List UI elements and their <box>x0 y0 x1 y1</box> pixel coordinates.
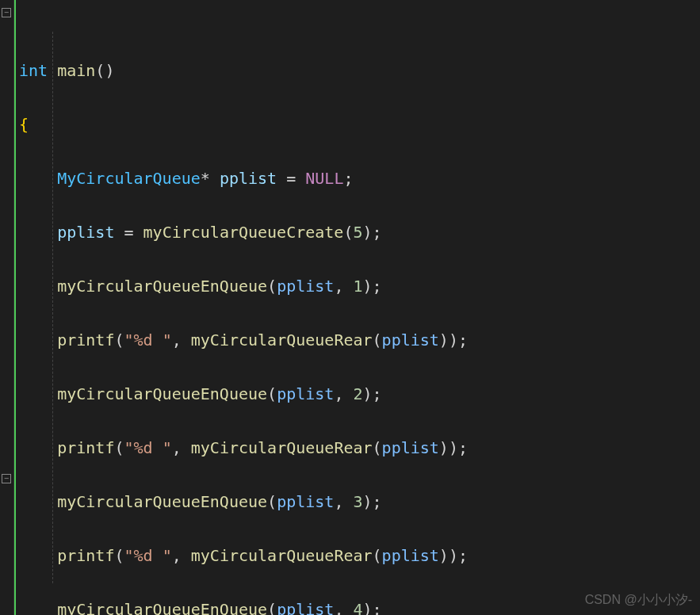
token-punct: ( <box>114 330 124 350</box>
token-punct: ) <box>363 384 373 403</box>
token-punct: ) <box>449 438 458 457</box>
token-op: = <box>114 223 143 242</box>
token-punct: ; <box>373 492 382 511</box>
token-punct: ; <box>458 546 468 565</box>
token-punct: ; <box>458 438 468 457</box>
code-line: pplist = myCircularQueueCreate(5); <box>19 219 700 246</box>
token-punct: ; <box>373 600 382 615</box>
code-line: myCircularQueueEnQueue(pplist, 1); <box>19 273 700 300</box>
token-punct: , <box>172 546 191 565</box>
token-variable: pplist <box>220 169 277 188</box>
fold-toggle-icon[interactable]: − <box>2 474 11 483</box>
indent-guide <box>52 32 53 583</box>
token-string: "%d " <box>124 546 171 565</box>
token-punct: , <box>334 277 353 296</box>
token-type: int <box>19 61 48 80</box>
token-type: MyCircularQueue <box>57 169 201 188</box>
token-punct: ( <box>373 438 382 457</box>
fold-gutter: − − <box>0 0 14 615</box>
token-number: 5 <box>353 223 362 242</box>
token-punct: ( <box>373 546 382 565</box>
token-function: myCircularQueueEnQueue <box>57 384 267 403</box>
token-function: myCircularQueueRear <box>191 330 373 350</box>
code-line: printf("%d ", myCircularQueueRear(pplist… <box>19 542 700 569</box>
token-op: * <box>201 169 210 188</box>
token-punct: ) <box>449 330 458 350</box>
token-punct: ( <box>343 223 353 242</box>
token-punct: ) <box>363 492 373 511</box>
token-punct: ; <box>343 169 353 188</box>
token-op: = <box>277 169 305 188</box>
token-punct: , <box>172 330 191 350</box>
token-punct: , <box>334 492 353 511</box>
token-punct: ; <box>458 330 468 350</box>
token-function: printf <box>57 546 114 565</box>
token-function: printf <box>57 330 114 350</box>
token-punct: ; <box>373 223 382 242</box>
code-line: printf("%d ", myCircularQueueRear(pplist… <box>19 327 700 353</box>
fold-toggle-icon[interactable]: − <box>2 8 11 17</box>
token-param: pplist <box>277 277 334 296</box>
token-number: 4 <box>353 600 362 615</box>
token-punct: ) <box>449 546 458 565</box>
token-null: NULL <box>305 169 343 188</box>
token-variable: pplist <box>57 223 114 242</box>
token-punct: ) <box>439 546 449 565</box>
token-string: "%d " <box>124 438 171 457</box>
watermark: CSDN @小小小汐- <box>585 589 692 610</box>
token-function: myCircularQueueCreate <box>143 223 344 242</box>
token-punct: ) <box>363 600 373 615</box>
token-punct: ) <box>363 277 373 296</box>
token-param: pplist <box>277 384 334 403</box>
token-brace: { <box>19 115 29 134</box>
token-number: 1 <box>353 277 362 296</box>
token-param: pplist <box>382 438 439 457</box>
token-function: myCircularQueueEnQueue <box>57 600 267 615</box>
token-param: pplist <box>277 492 334 511</box>
code-line: myCircularQueueEnQueue(pplist, 3); <box>19 488 700 515</box>
code-line: { <box>19 111 700 138</box>
token-punct: , <box>172 438 191 457</box>
token-punct: () <box>95 61 114 80</box>
token-punct: ( <box>267 492 277 511</box>
token-punct: ) <box>363 223 373 242</box>
token-punct: ( <box>267 277 277 296</box>
token-number: 3 <box>353 492 362 511</box>
token-punct: ) <box>439 438 449 457</box>
code-line: myCircularQueueEnQueue(pplist, 2); <box>19 380 700 407</box>
token-punct: , <box>334 384 353 403</box>
token-punct: ( <box>373 330 382 350</box>
code-editor: − − int main() { MyCircularQueue* pplist… <box>0 0 700 615</box>
token-function: myCircularQueueEnQueue <box>57 277 267 296</box>
token-function: main <box>57 61 95 80</box>
token-punct: ( <box>267 600 277 615</box>
token-punct: ; <box>373 277 382 296</box>
token-punct: ; <box>373 384 382 403</box>
token-function: printf <box>57 438 114 457</box>
token-function: myCircularQueueRear <box>191 546 373 565</box>
token-punct: ( <box>114 438 124 457</box>
token-punct: ( <box>114 546 124 565</box>
token-punct: ( <box>267 384 277 403</box>
token-param: pplist <box>382 330 439 350</box>
code-line: printf("%d ", myCircularQueueRear(pplist… <box>19 434 700 461</box>
token-number: 2 <box>353 384 362 403</box>
token-punct: ) <box>439 330 449 350</box>
token-function: myCircularQueueEnQueue <box>57 492 267 511</box>
token-param: pplist <box>277 600 334 615</box>
code-line: MyCircularQueue* pplist = NULL; <box>19 165 700 192</box>
token-param: pplist <box>382 546 439 565</box>
code-area[interactable]: int main() { MyCircularQueue* pplist = N… <box>14 0 700 615</box>
token-punct: , <box>334 600 353 615</box>
code-line: int main() <box>19 57 700 84</box>
token-function: myCircularQueueRear <box>191 438 373 457</box>
token-string: "%d " <box>124 330 171 350</box>
